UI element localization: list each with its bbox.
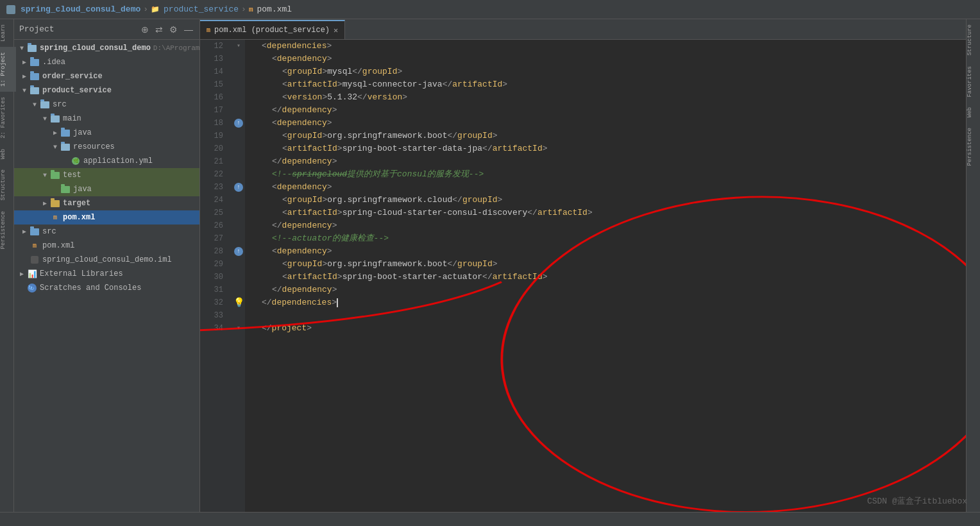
panel-title: Project xyxy=(19,24,136,34)
sidebar-tab-structure[interactable]: Structure xyxy=(0,164,16,206)
ln-16: 16 xyxy=(200,91,227,104)
tree-item-java-test[interactable]: java xyxy=(14,182,199,196)
run-icon-23[interactable]: ↑ xyxy=(234,183,243,192)
sidebar-tab-learn[interactable]: Learn xyxy=(0,19,16,47)
code-line-19: <groupId>org.springframework.boot</group… xyxy=(251,130,959,142)
expand-yml xyxy=(60,156,71,166)
tree-label-java: java xyxy=(73,128,92,137)
expand-ext-libs[interactable]: ▶ xyxy=(17,269,27,279)
gutter-18: ↑ xyxy=(232,117,245,130)
fold-icon-34[interactable]: ▾ xyxy=(237,322,241,335)
sidebar-tab-right-favorites[interactable]: Favorites xyxy=(965,61,981,103)
tree-path-root: D:\AProgramWorkSpace\idea\te xyxy=(153,44,199,52)
ln-34: 34 xyxy=(200,322,227,335)
run-icon-18[interactable]: ↑ xyxy=(234,119,243,128)
expand-src-root[interactable]: ▶ xyxy=(19,226,30,237)
watermark: CSDN @蓝盒子itbluebox xyxy=(867,495,967,507)
run-icon-28[interactable]: ↑ xyxy=(234,247,243,256)
editor-tab-pom[interactable]: m pom.xml (product_service) ✕ xyxy=(200,20,345,39)
tree-item-ext-libs[interactable]: ▶ 📊 External Libraries xyxy=(14,267,199,281)
tree-item-pom-product[interactable]: m pom.xml xyxy=(14,210,199,225)
tab-close-button[interactable]: ✕ xyxy=(334,26,338,35)
tree-item-scratches[interactable]: ↻ Scratches and Consoles xyxy=(14,281,199,295)
tree-item-resources[interactable]: ▼ resources xyxy=(14,140,199,154)
ln-33: 33 xyxy=(200,309,227,322)
tree-label-iml: spring_cloud_consul_demo.iml xyxy=(42,255,172,264)
tree-label-src-root: src xyxy=(42,227,56,236)
breadcrumb-folder-icon: 📁 xyxy=(151,5,160,13)
sidebar-tab-favorites[interactable]: 2: Favorites xyxy=(0,92,16,144)
tree-item-product[interactable]: ▼ product_service xyxy=(14,83,199,98)
main-layout: Learn 1: Project 2: Favorites Web Struct… xyxy=(0,19,980,512)
settings-button[interactable]: ⚙ xyxy=(168,23,179,36)
ln-26: 26 xyxy=(200,219,227,232)
bulb-icon-32[interactable]: 💡 xyxy=(233,296,244,309)
tree-label-yml: application.yml xyxy=(83,157,153,165)
tree-view[interactable]: ▼ spring_cloud_consul_demo D:\AProgramWo… xyxy=(14,40,199,512)
code-line-20: <artifactId>spring-boot-starter-data-jpa… xyxy=(251,142,959,155)
left-sidebar: Learn 1: Project 2: Favorites Web Struct… xyxy=(0,19,14,512)
tree-item-root[interactable]: ▼ spring_cloud_consul_demo D:\AProgramWo… xyxy=(14,41,199,55)
editor-area: m pom.xml (product_service) ✕ 12 13 14 1… xyxy=(200,19,966,512)
tree-item-idea[interactable]: ▶ .idea xyxy=(14,55,199,69)
gutter-13 xyxy=(232,53,245,65)
tree-item-target[interactable]: ▶ target xyxy=(14,196,199,210)
breadcrumb-item-1[interactable]: spring_cloud_consul_demo xyxy=(21,4,140,14)
expand-product[interactable]: ▼ xyxy=(19,85,30,96)
ln-20: 20 xyxy=(200,142,227,155)
expand-resources[interactable]: ▼ xyxy=(50,142,60,152)
expand-root[interactable]: ▼ xyxy=(17,43,27,53)
expand-idea[interactable]: ▶ xyxy=(19,57,30,67)
tree-item-main[interactable]: ▼ main xyxy=(14,112,199,126)
sidebar-tab-persistence[interactable]: Persistence xyxy=(0,206,16,254)
expand-java[interactable]: ▶ xyxy=(50,128,60,138)
ln-21: 21 xyxy=(200,155,227,168)
tree-label-order: order_service xyxy=(42,72,103,81)
locate-button[interactable]: ⊕ xyxy=(140,23,150,36)
tree-item-iml[interactable]: spring_cloud_consul_demo.iml xyxy=(14,253,199,267)
sidebar-tab-right-structure[interactable]: Structure xyxy=(965,19,981,61)
gutter-16 xyxy=(232,91,245,104)
code-line-24: <groupId>org.springframework.cloud</grou… xyxy=(251,194,959,207)
tab-label: pom.xml (product_service) xyxy=(214,26,330,35)
sidebar-tab-right-persistence[interactable]: Persistence xyxy=(965,123,981,171)
code-line-14: <groupId>mysql</groupId> xyxy=(251,65,959,78)
breadcrumb-item-3[interactable]: pom.xml xyxy=(257,4,292,14)
tree-label-target: target xyxy=(63,199,90,208)
folder-icon-idea xyxy=(30,57,40,67)
code-content[interactable]: <dependencies> <dependency> <groupId>mys… xyxy=(245,40,966,512)
tree-item-pom-root[interactable]: m pom.xml xyxy=(14,239,199,253)
code-editor[interactable]: 12 13 14 15 16 17 18 19 20 21 22 23 24 2… xyxy=(200,40,966,512)
gutter-23: ↑ xyxy=(232,181,245,194)
sidebar-tab-web[interactable]: Web xyxy=(0,144,16,164)
tree-item-yml[interactable]: 🌿 application.yml xyxy=(14,154,199,168)
expand-src[interactable]: ▼ xyxy=(30,99,40,110)
expand-main[interactable]: ▼ xyxy=(40,114,50,124)
code-line-23: <dependency> xyxy=(251,181,959,194)
sidebar-tab-project[interactable]: 1: Project xyxy=(0,47,16,92)
breadcrumb-xml-icon: m xyxy=(249,6,253,13)
gutter-15 xyxy=(232,78,245,91)
expand-test[interactable]: ▼ xyxy=(40,170,50,180)
expand-pom-product xyxy=(40,212,50,223)
tree-item-src-root[interactable]: ▶ src xyxy=(14,225,199,239)
ln-24: 24 xyxy=(200,194,227,207)
tree-item-test[interactable]: ▼ test xyxy=(14,168,199,182)
minimize-button[interactable]: — xyxy=(183,23,194,36)
expand-target[interactable]: ▶ xyxy=(40,198,50,208)
ln-18: 18 xyxy=(200,117,227,130)
folder-icon-root xyxy=(27,43,37,53)
tree-item-order[interactable]: ▶ order_service xyxy=(14,69,199,83)
fold-icon-12[interactable]: ▾ xyxy=(237,40,241,53)
breadcrumb-item-2[interactable]: product_service xyxy=(164,4,239,14)
tree-item-java[interactable]: ▶ java xyxy=(14,126,199,140)
collapse-button[interactable]: ⇄ xyxy=(154,23,164,36)
tree-item-src[interactable]: ▼ src xyxy=(14,98,199,112)
ln-30: 30 xyxy=(200,271,227,284)
gutter-34: ▾ xyxy=(232,322,245,335)
scratch-icon: ↻ xyxy=(27,283,37,293)
expand-order[interactable]: ▶ xyxy=(19,71,30,81)
tree-label-ext-libs: External Libraries xyxy=(40,269,123,278)
code-line-31: </dependency> xyxy=(251,284,959,296)
sidebar-tab-right-web[interactable]: Web xyxy=(965,102,981,123)
